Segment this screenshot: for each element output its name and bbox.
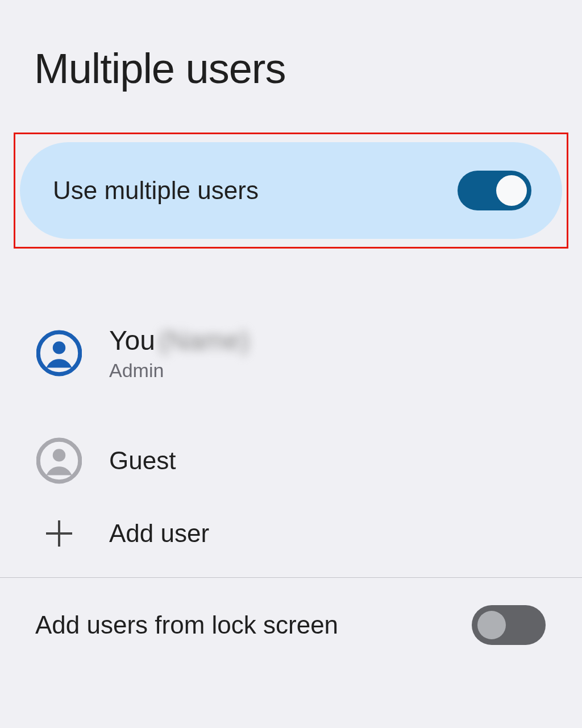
- page-title: Multiple users: [0, 0, 582, 93]
- user-role-admin: Admin: [109, 359, 250, 382]
- user-row-you[interactable]: You (Name) Admin: [36, 309, 546, 398]
- user-name-guest: Guest: [109, 446, 176, 475]
- avatar-admin-icon: [36, 330, 82, 377]
- use-multiple-users-toggle[interactable]: [458, 171, 531, 210]
- avatar-guest-icon: [36, 437, 82, 484]
- svg-point-1: [53, 341, 65, 354]
- add-users-lock-screen-toggle[interactable]: [472, 605, 546, 645]
- add-user-row[interactable]: Add user: [36, 500, 546, 567]
- use-multiple-users-label: Use multiple users: [53, 176, 259, 205]
- add-users-lock-screen-label: Add users from lock screen: [35, 611, 338, 639]
- user-row-guest[interactable]: Guest: [36, 421, 546, 500]
- add-user-label: Add user: [109, 519, 209, 548]
- user-name-redacted: (Name): [159, 325, 250, 356]
- user-name-you: You: [109, 325, 155, 356]
- use-multiple-users-row[interactable]: Use multiple users: [20, 142, 562, 239]
- add-users-lock-screen-row[interactable]: Add users from lock screen: [0, 578, 582, 645]
- svg-point-3: [53, 449, 65, 461]
- plus-icon: [36, 519, 82, 548]
- user-list: You (Name) Admin Guest Add user: [0, 309, 582, 567]
- highlight-annotation: Use multiple users: [14, 133, 568, 249]
